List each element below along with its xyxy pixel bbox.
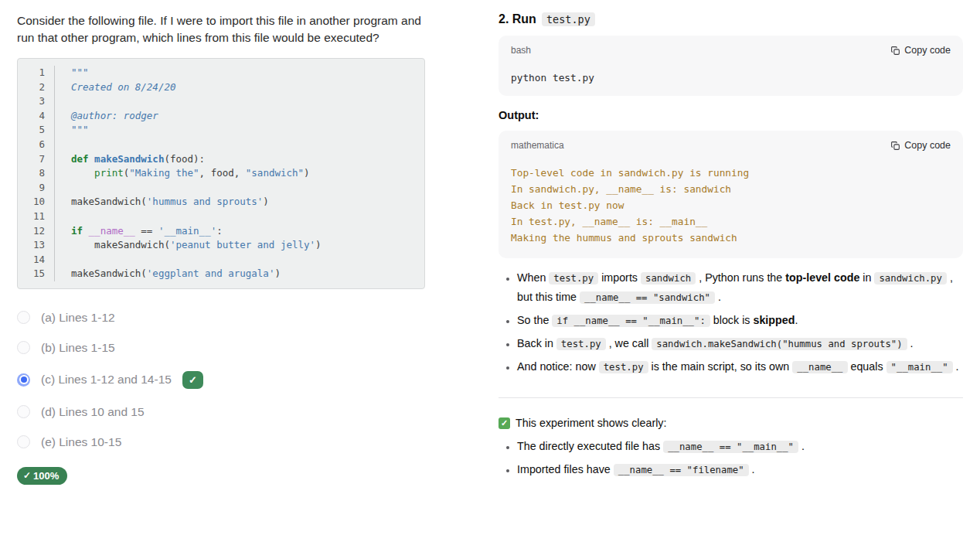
line-number: 8 xyxy=(18,166,45,181)
code-line xyxy=(71,94,424,109)
text-segment: '__main__' xyxy=(158,225,216,237)
option-label: (b) Lines 1-15 xyxy=(41,341,115,355)
output-line: In sandwich.py, __name__ is: sandwich xyxy=(511,181,951,197)
list-item: And notice: now test.py is the main scri… xyxy=(517,357,963,377)
inline-code: if __name__ == "__main__": xyxy=(552,315,710,327)
text-segment: . xyxy=(715,291,721,303)
code-line: if __name__ == '__main__': xyxy=(71,224,424,239)
inline-code: test.py xyxy=(599,361,648,373)
answer-option[interactable]: (b) Lines 1-15 xyxy=(17,341,425,355)
text-segment: 'eggplant and arugala' xyxy=(147,268,275,279)
step-heading: 2. Run test.py xyxy=(499,12,963,26)
code-line: def makeSandwich(food): xyxy=(71,152,424,167)
text-segment: So the xyxy=(517,314,552,326)
answer-option[interactable]: (c) Lines 1-12 and 14-15✓ xyxy=(17,371,425,389)
inline-code: sandwich xyxy=(641,272,696,285)
conclusion-bullets: The directly executed file has __name__ … xyxy=(499,437,963,479)
text-segment: imports xyxy=(598,271,641,284)
text-segment: ) xyxy=(263,196,269,207)
answer-option[interactable]: (e) Lines 10-15 xyxy=(17,435,425,449)
text-segment: == xyxy=(135,225,158,237)
list-item: The directly executed file has __name__ … xyxy=(517,437,963,456)
bold-text: top-level code xyxy=(785,271,859,284)
code-lines: """Created on 8/24/20 @author: rodger"""… xyxy=(55,66,424,281)
text-segment: if xyxy=(71,225,83,237)
bash-command: python test.py xyxy=(511,72,951,83)
output-code-block: mathematica Copy code Top-level code in … xyxy=(499,131,963,258)
inline-code: "__main__" xyxy=(886,361,953,373)
conclusion-title: This experiment shows clearly: xyxy=(516,417,666,429)
line-number: 11 xyxy=(18,210,45,224)
radio-button[interactable] xyxy=(17,405,30,418)
correct-check-badge: ✓ xyxy=(182,371,203,389)
quiz-panel: Consider the following file. If I were t… xyxy=(17,12,425,485)
output-line: In test.py, __name__ is: __main__ xyxy=(511,213,951,230)
text-segment: makeSandwich( xyxy=(71,196,147,207)
explanation-panel: 2. Run test.py bash Copy code python tes… xyxy=(499,12,963,485)
text-segment: And notice: now xyxy=(517,360,599,373)
line-number: 5 xyxy=(18,123,45,138)
text-segment: When xyxy=(517,271,549,284)
code-line xyxy=(71,138,424,152)
output-label: Output: xyxy=(499,109,963,121)
list-item: So the if __name__ == "__main__": block … xyxy=(517,311,963,330)
text-segment: Imported files have xyxy=(517,463,614,475)
text-segment: , we call xyxy=(606,337,652,349)
text-segment: print xyxy=(94,167,124,179)
inline-code: sandwich.makeSandwich("hummus and sprout… xyxy=(652,338,907,350)
text-segment: . xyxy=(907,337,914,349)
text-segment: @author: rodger xyxy=(71,110,158,121)
text-segment: 'hummus and sprouts' xyxy=(147,196,264,207)
line-number: 1 xyxy=(18,66,45,80)
text-segment: is the main script, so its own xyxy=(648,360,793,373)
radio-button[interactable] xyxy=(17,373,30,387)
line-number: 2 xyxy=(18,80,45,95)
code-line xyxy=(71,181,424,196)
radio-button[interactable] xyxy=(17,435,30,448)
text-segment: . xyxy=(795,314,798,326)
text-segment: """ xyxy=(71,66,89,78)
line-number: 12 xyxy=(18,224,45,239)
radio-button[interactable] xyxy=(17,341,30,354)
text-segment: __name__ xyxy=(89,225,135,237)
option-label: (c) Lines 1-12 and 14-15 xyxy=(41,373,172,387)
line-number: 7 xyxy=(18,152,45,167)
program-output: Top-level code in sandwich.py is running… xyxy=(511,165,951,246)
text-segment: , food, xyxy=(199,167,246,179)
code-line: """ xyxy=(71,66,424,80)
answer-option[interactable]: (d) Lines 10 and 15 xyxy=(17,405,425,419)
list-item: When test.py imports sandwich , Python r… xyxy=(517,268,963,307)
code-line: makeSandwich('eggplant and arugala') xyxy=(71,267,424,281)
copy-code-button[interactable]: Copy code xyxy=(890,45,951,56)
line-number: 4 xyxy=(18,109,45,124)
python-code-block: 123456789101112131415 """Created on 8/24… xyxy=(17,58,425,289)
language-label: bash xyxy=(511,45,531,56)
copy-code-button[interactable]: Copy code xyxy=(890,140,951,151)
text-segment: , Python runs the xyxy=(696,271,785,284)
code-gutter: 123456789101112131415 xyxy=(18,66,55,281)
bash-code-block: bash Copy code python test.py xyxy=(499,36,963,96)
check-icon: ✓ xyxy=(23,470,31,481)
page: Consider the following file. If I were t… xyxy=(0,0,980,485)
code-line: makeSandwich('hummus and sprouts') xyxy=(71,195,424,210)
text-segment: . xyxy=(798,440,805,452)
output-line: Top-level code in sandwich.py is running xyxy=(511,165,951,181)
line-number: 3 xyxy=(18,94,45,109)
option-label: (d) Lines 10 and 15 xyxy=(41,405,145,419)
text-segment: """ xyxy=(71,124,89,135)
answer-option[interactable]: (a) Lines 1-12 xyxy=(17,311,425,325)
conclusion-title-row: ✓ This experiment shows clearly: xyxy=(499,417,963,429)
text-segment: . xyxy=(953,360,959,373)
text-segment: . xyxy=(749,463,755,475)
text-segment: equals xyxy=(848,360,886,373)
line-number: 9 xyxy=(18,181,45,196)
text-segment: makeSandwich xyxy=(94,153,164,165)
list-item: Imported files have __name__ == "filenam… xyxy=(517,460,963,479)
line-number: 6 xyxy=(18,138,45,152)
text-segment: makeSandwich( xyxy=(71,268,147,279)
text-segment: Back in xyxy=(517,337,556,349)
language-label: mathematica xyxy=(511,140,564,151)
radio-button[interactable] xyxy=(17,311,30,324)
text-segment: (food): xyxy=(164,153,205,165)
inline-code: test.py xyxy=(542,12,595,26)
